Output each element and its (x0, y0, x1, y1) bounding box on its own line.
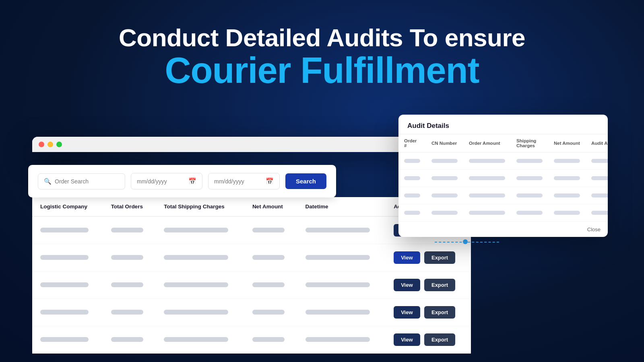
cell-action: View Export (386, 299, 471, 326)
audit-table: Order # CN Number Order Amount Shipping … (398, 134, 608, 222)
cell-shipping (156, 244, 244, 272)
order-search-input[interactable] (55, 178, 119, 185)
cell-net (244, 244, 297, 272)
audit-close-button[interactable]: Close (587, 226, 601, 232)
order-search-wrap: 🔍 (38, 173, 125, 189)
search-button[interactable]: Search (285, 173, 326, 189)
cell-orders (103, 244, 156, 272)
view-button-active[interactable]: View (394, 251, 420, 264)
cell-net (244, 326, 297, 354)
cell-datetime (297, 216, 386, 244)
audit-close-row: Close (398, 222, 608, 237)
view-button[interactable]: View (394, 333, 420, 346)
search-icon: 🔍 (44, 178, 52, 185)
audit-col-amount: Order Amount (463, 134, 511, 152)
audit-col-shipping: Shipping Charges (511, 134, 548, 152)
date2-wrap: 📅 (208, 173, 280, 189)
cell-net (244, 216, 297, 244)
cell-orders (103, 216, 156, 244)
cell-action: View Export (386, 326, 471, 354)
cell-action: View Export (386, 244, 471, 272)
col-shipping: Total Shipping Charges (156, 197, 244, 216)
col-datetime: Datetime (297, 197, 386, 216)
table-row: View Export (32, 326, 471, 354)
col-logistic: Logistic Company (32, 197, 103, 216)
table-row: View Export (32, 244, 471, 272)
hero-line1: Conduct Detailed Audits To ensure (119, 24, 525, 51)
cell-logistic (32, 244, 103, 272)
calendar2-icon: 📅 (266, 177, 274, 185)
audit-col-audit-at: Audit At (586, 134, 608, 152)
date1-wrap: 📅 (131, 173, 202, 189)
date2-input[interactable] (214, 178, 262, 185)
date1-input[interactable] (137, 178, 185, 185)
cell-shipping (156, 326, 244, 354)
export-button[interactable]: Export (424, 279, 455, 291)
search-bar: 🔍 📅 📅 Search (28, 165, 336, 197)
cell-datetime (297, 244, 386, 272)
col-total-orders: Total Orders (103, 197, 156, 216)
audit-col-order: Order # (398, 134, 426, 152)
cell-logistic (32, 272, 103, 299)
cell-logistic (32, 216, 103, 244)
audit-col-cn: CN Number (426, 134, 463, 152)
dot-yellow (47, 142, 53, 147)
audit-row (398, 170, 608, 187)
export-button[interactable]: Export (424, 333, 455, 346)
audit-details-popup: Audit Details Order # CN Number Order Am… (398, 115, 608, 237)
audit-row (398, 152, 608, 170)
view-button[interactable]: View (394, 306, 420, 319)
cell-datetime (297, 272, 386, 299)
audit-col-net: Net Amount (548, 134, 586, 152)
table-row: View Export (32, 272, 471, 299)
cell-shipping (156, 216, 244, 244)
dot-green (56, 142, 62, 147)
audit-header-row: Order # CN Number Order Amount Shipping … (398, 134, 608, 152)
cell-action: View Export (386, 272, 471, 299)
cell-shipping (156, 299, 244, 326)
cell-logistic (32, 326, 103, 354)
audit-row (398, 204, 608, 222)
cell-logistic (32, 299, 103, 326)
cell-orders (103, 326, 156, 354)
cell-datetime (297, 299, 386, 326)
hero-section: Conduct Detailed Audits To ensure Courie… (119, 24, 525, 90)
export-button[interactable]: Export (424, 306, 455, 319)
cell-net (244, 272, 297, 299)
hero-line2: Courier Fulfillment (119, 51, 525, 90)
cell-orders (103, 272, 156, 299)
audit-row (398, 187, 608, 204)
cell-net (244, 299, 297, 326)
col-net-amount: Net Amount (244, 197, 297, 216)
cell-datetime (297, 326, 386, 354)
cell-shipping (156, 272, 244, 299)
background: Conduct Detailed Audits To ensure Courie… (0, 0, 644, 362)
audit-popup-title: Audit Details (398, 115, 608, 134)
dot-red (39, 142, 44, 147)
calendar1-icon: 📅 (188, 177, 196, 185)
export-button[interactable]: Export (424, 251, 455, 264)
dashed-dot (463, 239, 468, 244)
view-button[interactable]: View (394, 279, 420, 291)
cell-orders (103, 299, 156, 326)
table-row: View Export (32, 299, 471, 326)
